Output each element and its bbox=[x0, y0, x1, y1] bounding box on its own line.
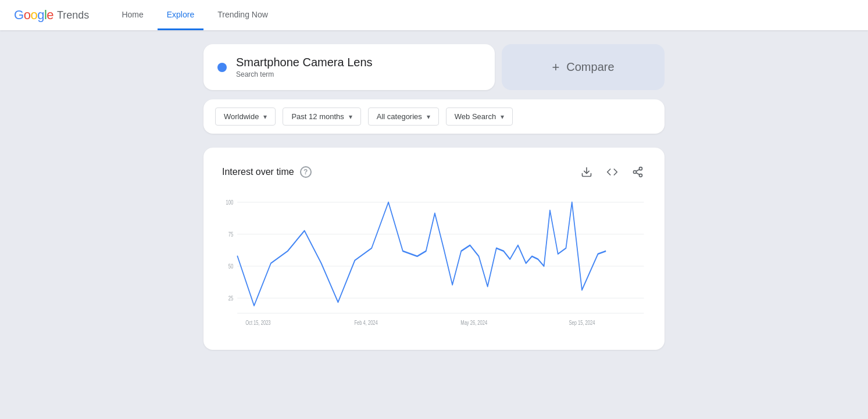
share-button[interactable] bbox=[630, 164, 646, 180]
compare-plus-icon: + bbox=[552, 60, 559, 75]
search-compare-row: Smartphone Camera Lens Search term + Com… bbox=[203, 44, 665, 90]
region-chevron-icon: ▾ bbox=[263, 113, 267, 121]
y-label-75: 75 bbox=[228, 231, 233, 238]
download-icon bbox=[581, 166, 592, 178]
search-type-filter-label: Web Search bbox=[455, 112, 496, 121]
search-term: Smartphone Camera Lens bbox=[236, 56, 373, 69]
embed-button[interactable] bbox=[604, 164, 620, 180]
x-label-sep: Sep 15, 2024 bbox=[569, 319, 595, 327]
x-label-feb: Feb 4, 2024 bbox=[354, 319, 377, 327]
trend-line bbox=[237, 202, 606, 306]
search-type-label: Search term bbox=[236, 70, 373, 78]
svg-line-5 bbox=[636, 169, 640, 171]
x-label-oct: Oct 15, 2023 bbox=[245, 319, 270, 327]
y-label-25: 25 bbox=[228, 295, 233, 302]
chart-container: 100 75 50 25 Oct 15, 2023 Feb 4, 2024 Ma… bbox=[222, 194, 646, 334]
search-card: Smartphone Camera Lens Search term bbox=[203, 44, 495, 90]
compare-label: Compare bbox=[566, 60, 614, 74]
nav-explore[interactable]: Explore bbox=[158, 0, 203, 30]
y-label-50: 50 bbox=[228, 263, 233, 270]
time-chevron-icon: ▾ bbox=[349, 113, 352, 121]
category-chevron-icon: ▾ bbox=[427, 113, 430, 121]
search-type-chevron-icon: ▾ bbox=[501, 113, 504, 121]
time-filter[interactable]: Past 12 months ▾ bbox=[283, 108, 360, 126]
y-label-100: 100 bbox=[226, 199, 234, 206]
compare-button[interactable]: + Compare bbox=[502, 44, 665, 90]
category-filter[interactable]: All categories ▾ bbox=[368, 108, 439, 126]
chart-title-area: Interest over time ? bbox=[222, 166, 312, 178]
time-filter-label: Past 12 months bbox=[291, 112, 344, 121]
search-info: Smartphone Camera Lens Search term bbox=[236, 56, 373, 78]
main-content: Smartphone Camera Lens Search term + Com… bbox=[0, 30, 868, 364]
content-area: Smartphone Camera Lens Search term + Com… bbox=[0, 44, 868, 350]
share-icon bbox=[632, 166, 644, 178]
embed-icon bbox=[606, 166, 618, 178]
trends-logo-text: Trends bbox=[57, 9, 89, 22]
search-dot-indicator bbox=[217, 63, 227, 72]
download-button[interactable] bbox=[578, 164, 595, 180]
help-icon[interactable]: ? bbox=[300, 166, 312, 178]
category-filter-label: All categories bbox=[377, 112, 422, 121]
region-filter-label: Worldwide bbox=[224, 112, 259, 121]
nav-home[interactable]: Home bbox=[112, 0, 152, 30]
chart-header: Interest over time ? bbox=[222, 164, 646, 180]
svg-line-4 bbox=[636, 173, 640, 174]
google-trends-logo: Google Trends bbox=[14, 8, 89, 23]
region-filter[interactable]: Worldwide ▾ bbox=[215, 108, 276, 126]
search-type-filter[interactable]: Web Search ▾ bbox=[446, 108, 513, 126]
main-nav: Home Explore Trending Now bbox=[112, 0, 277, 30]
interest-over-time-card: Interest over time ? bbox=[203, 148, 665, 350]
nav-trending[interactable]: Trending Now bbox=[208, 0, 277, 30]
chart-title: Interest over time bbox=[222, 167, 294, 177]
chart-actions bbox=[578, 164, 646, 180]
header: Google Trends Home Explore Trending Now bbox=[0, 0, 868, 30]
x-label-may: May 26, 2024 bbox=[460, 319, 487, 327]
filter-row: Worldwide ▾ Past 12 months ▾ All categor… bbox=[203, 99, 665, 134]
trend-chart-svg: 100 75 50 25 Oct 15, 2023 Feb 4, 2024 Ma… bbox=[222, 194, 646, 334]
